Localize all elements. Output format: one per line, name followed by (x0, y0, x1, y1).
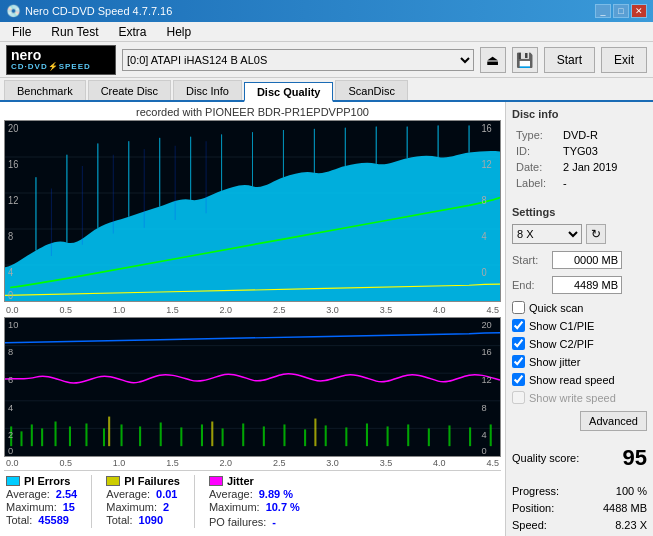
menu-help[interactable]: Help (159, 23, 200, 41)
svg-rect-52 (469, 427, 471, 446)
tab-scandisc[interactable]: ScanDisc (335, 80, 407, 100)
svg-rect-33 (85, 423, 87, 446)
advanced-button[interactable]: Advanced (580, 411, 647, 431)
svg-rect-41 (242, 423, 244, 446)
svg-rect-44 (304, 429, 306, 446)
speed-settings-row: 8 X ↻ (512, 224, 647, 244)
x-axis-bot-1: 0.5 (59, 458, 72, 468)
svg-rect-43 (283, 424, 285, 446)
jitter-color (209, 476, 223, 486)
svg-text:0: 0 (481, 446, 486, 456)
tab-create-disc[interactable]: Create Disc (88, 80, 171, 100)
speed-row: Speed: 8.23 X (512, 519, 647, 531)
x-axis-bot-8: 4.0 (433, 458, 446, 468)
menu-extra[interactable]: Extra (110, 23, 154, 41)
chart-title: recorded with PIONEER BDR-PR1EPDVPP100 (4, 106, 501, 118)
toolbar: nero CD·DVD⚡SPEED [0:0] ATAPI iHAS124 B … (0, 42, 653, 78)
x-axis-bot-2: 1.0 (113, 458, 126, 468)
svg-rect-50 (428, 428, 430, 446)
x-axis-bot-5: 2.5 (273, 458, 286, 468)
maximize-button[interactable]: □ (613, 4, 629, 18)
svg-text:8: 8 (8, 231, 13, 242)
svg-rect-37 (160, 422, 162, 446)
save-button[interactable]: 💾 (512, 47, 538, 73)
svg-rect-36 (139, 426, 141, 446)
speed-select[interactable]: 8 X (512, 224, 582, 244)
show-c1-pie-row: Show C1/PIE (512, 319, 647, 332)
pi-errors-max-label: Maximum: (6, 501, 57, 513)
progress-row: Progress: 100 % (512, 485, 647, 497)
start-input[interactable] (552, 251, 622, 269)
x-axis-top-6: 3.0 (326, 305, 339, 315)
quality-score-label: Quality score: (512, 452, 579, 464)
settings-title: Settings (512, 206, 647, 218)
svg-text:0: 0 (8, 289, 14, 300)
x-axis-top-0: 0.0 (6, 305, 19, 315)
x-axis-bot-3: 1.5 (166, 458, 179, 468)
x-axis-bot-4: 2.0 (220, 458, 233, 468)
show-read-speed-checkbox[interactable] (512, 373, 525, 386)
pi-failures-max-value: 2 (163, 501, 169, 513)
show-c2-pif-checkbox[interactable] (512, 337, 525, 350)
title-bar-controls: _ □ ✕ (595, 4, 647, 18)
tab-disc-quality[interactable]: Disc Quality (244, 82, 334, 102)
svg-text:12: 12 (481, 375, 491, 385)
nero-logo-subtitle: CD·DVD⚡SPEED (11, 62, 91, 71)
pi-failures-color (106, 476, 120, 486)
drive-select[interactable]: [0:0] ATAPI iHAS124 B AL0S (122, 49, 474, 71)
position-value: 4488 MB (603, 502, 647, 514)
tab-benchmark[interactable]: Benchmark (4, 80, 86, 100)
disc-info-title: Disc info (512, 108, 647, 120)
show-jitter-label: Show jitter (529, 356, 580, 368)
menu-run-test[interactable]: Run Test (43, 23, 106, 41)
x-axis-bot-0: 0.0 (6, 458, 19, 468)
pi-failures-total-label: Total: (106, 514, 132, 526)
svg-rect-38 (180, 427, 182, 446)
disc-label-label: Label: (514, 176, 559, 190)
svg-rect-39 (201, 424, 203, 446)
end-input[interactable] (552, 276, 622, 294)
svg-rect-46 (345, 427, 347, 446)
menu-file[interactable]: File (4, 23, 39, 41)
legend-sep-1 (91, 475, 92, 528)
minimize-button[interactable]: _ (595, 4, 611, 18)
disc-id-label: ID: (514, 144, 559, 158)
svg-text:2: 2 (8, 430, 13, 440)
legend-jitter: Jitter Average: 9.89 % Maximum: 10.7 % P… (209, 475, 300, 528)
svg-text:10: 10 (8, 320, 18, 330)
tab-disc-info[interactable]: Disc Info (173, 80, 242, 100)
svg-text:20: 20 (481, 320, 491, 330)
start-label: Start: (512, 254, 548, 266)
progress-value: 100 % (616, 485, 647, 497)
x-axis-top-7: 3.5 (380, 305, 393, 315)
show-c2-pif-row: Show C2/PIF (512, 337, 647, 350)
svg-rect-56 (314, 419, 316, 447)
progress-label: Progress: (512, 485, 559, 497)
svg-text:0: 0 (481, 267, 487, 278)
legend-pi-errors: PI Errors Average: 2.54 Maximum: 15 Tota… (6, 475, 77, 528)
disc-id-value: TYG03 (561, 144, 645, 158)
pi-failures-total-value: 1090 (139, 514, 163, 526)
quality-score-value: 95 (623, 445, 647, 471)
svg-text:16: 16 (481, 348, 491, 358)
start-button[interactable]: Start (544, 47, 595, 73)
svg-text:12: 12 (8, 195, 18, 206)
show-jitter-checkbox[interactable] (512, 355, 525, 368)
position-row: Position: 4488 MB (512, 502, 647, 514)
refresh-button[interactable]: ↻ (586, 224, 606, 244)
top-chart: 20 16 12 8 4 0 16 12 8 4 0 (4, 120, 501, 302)
eject-button[interactable]: ⏏ (480, 47, 506, 73)
x-axis-top-9: 4.5 (486, 305, 499, 315)
close-button[interactable]: ✕ (631, 4, 647, 18)
disc-date-row: Date: 2 Jan 2019 (514, 160, 645, 174)
svg-rect-49 (407, 424, 409, 446)
svg-text:4: 4 (8, 403, 13, 413)
x-axis-top-2: 1.0 (113, 305, 126, 315)
quick-scan-checkbox[interactable] (512, 301, 525, 314)
svg-text:8: 8 (481, 195, 486, 206)
exit-button[interactable]: Exit (601, 47, 647, 73)
pi-errors-avg-value: 2.54 (56, 488, 77, 500)
pi-failures-label: PI Failures (124, 475, 180, 487)
show-c1-pie-checkbox[interactable] (512, 319, 525, 332)
svg-text:16: 16 (8, 159, 18, 170)
